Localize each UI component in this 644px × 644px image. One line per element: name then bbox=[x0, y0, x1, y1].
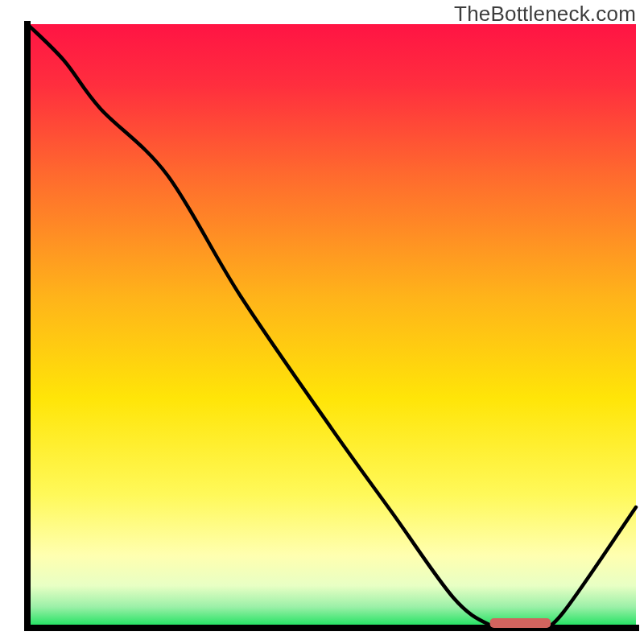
optimal-range-highlight bbox=[490, 618, 551, 628]
plot-background bbox=[27, 24, 636, 628]
chart-stage: TheBottleneck.com bbox=[0, 0, 644, 644]
bottleneck-chart bbox=[0, 0, 644, 644]
